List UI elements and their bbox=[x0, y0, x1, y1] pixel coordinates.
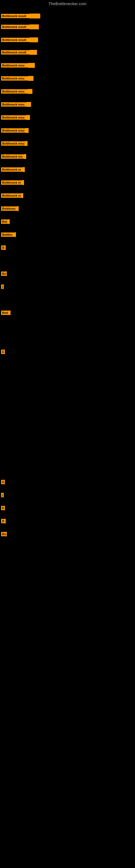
bar-line bbox=[26, 115, 30, 120]
bar-row: E bbox=[1, 479, 5, 485]
bar-label: Bottleneck resu bbox=[1, 76, 28, 81]
bar-line bbox=[4, 479, 5, 485]
bar-row: Bottleneck re bbox=[1, 180, 24, 185]
bar-row: Bottlenec bbox=[1, 206, 18, 211]
bar-row: Bot bbox=[1, 219, 10, 224]
bar-line bbox=[30, 50, 37, 55]
bar-row: Bottleneck resu bbox=[1, 102, 31, 107]
bar-line bbox=[10, 310, 10, 315]
bar-label: Bottleneck result bbox=[1, 14, 30, 18]
bar-row: Bottlen bbox=[1, 232, 16, 237]
bar-line bbox=[28, 76, 34, 81]
bar-label: Bottleneck result bbox=[1, 25, 30, 29]
bar-line bbox=[27, 102, 31, 107]
bar-line bbox=[23, 167, 25, 172]
bar-row: B bbox=[1, 245, 6, 250]
bar-label: Bottleneck result bbox=[1, 38, 30, 42]
bar-row: Bottleneck result bbox=[1, 37, 38, 42]
bar-line bbox=[22, 180, 24, 185]
site-title: TheBottlenecker.com bbox=[0, 0, 135, 7]
bar-label: | bbox=[1, 493, 3, 497]
bar-label: Bottlen bbox=[1, 232, 15, 237]
bar-line bbox=[3, 284, 4, 289]
bar-line bbox=[3, 493, 4, 497]
bar-label: Bottleneck re bbox=[1, 180, 22, 185]
bar-label: E bbox=[1, 480, 4, 484]
bar-label: Bott bbox=[1, 311, 10, 315]
bar-label: Bottleneck resu bbox=[1, 115, 26, 120]
bar-row: Bottleneck result bbox=[1, 24, 39, 29]
bar-line bbox=[21, 193, 23, 198]
bar-row: Bottleneck resu bbox=[1, 89, 32, 94]
bar-row: Bottleneck re bbox=[1, 167, 25, 172]
bar-line bbox=[6, 532, 7, 536]
bar-label: Bottleneck resu bbox=[1, 89, 28, 94]
bar-row: Bo bbox=[1, 271, 7, 276]
bar-line bbox=[15, 232, 16, 237]
bar-row: Bottleneck resu bbox=[1, 76, 34, 81]
bar-label: Bot bbox=[1, 219, 9, 224]
bar-row: B bbox=[1, 519, 6, 524]
bar-row: Bottleneck resu bbox=[1, 115, 30, 120]
bar-label: Bo bbox=[1, 532, 6, 536]
bar-line bbox=[25, 141, 28, 146]
bar-line bbox=[30, 13, 40, 19]
bar-label: Bottleneck resu bbox=[1, 63, 28, 67]
bar-label: | bbox=[1, 284, 3, 289]
bar-label: E bbox=[1, 350, 4, 354]
bar-row: Bottleneck result bbox=[1, 50, 37, 55]
bar-row: E bbox=[1, 506, 5, 510]
bar-label: Bottleneck re bbox=[1, 167, 23, 172]
bar-label: Bo bbox=[1, 272, 6, 276]
bar-line bbox=[24, 154, 26, 159]
bar-row: | bbox=[1, 284, 4, 289]
bar-label: B bbox=[1, 519, 5, 523]
bar-line bbox=[26, 128, 29, 133]
bar-row: Bottleneck resu bbox=[1, 141, 28, 146]
bar-label: Bottleneck re bbox=[1, 193, 21, 198]
bar-line bbox=[6, 271, 7, 276]
bar-label: E bbox=[1, 506, 4, 510]
bar-label: Bottleneck result bbox=[1, 50, 30, 55]
bar-row: Bottleneck result bbox=[1, 13, 40, 19]
bar-label: Bottleneck res bbox=[1, 154, 24, 159]
bar-label: Bottleneck resu bbox=[1, 141, 25, 146]
bar-line bbox=[17, 206, 18, 211]
bar-label: B bbox=[1, 246, 5, 250]
bar-line bbox=[5, 245, 6, 250]
bar-row: Bo bbox=[1, 532, 7, 536]
bar-line bbox=[30, 24, 39, 29]
bar-line bbox=[4, 506, 5, 510]
bar-label: Bottleneck resu bbox=[1, 102, 27, 106]
bar-row: Bottleneck resu bbox=[1, 128, 29, 133]
bar-label: Bottlenec bbox=[1, 207, 17, 211]
bar-line bbox=[28, 63, 35, 68]
bar-line bbox=[9, 219, 10, 224]
bar-row: Bottleneck resu bbox=[1, 63, 35, 68]
bar-line bbox=[4, 349, 5, 354]
bar-label: Bottleneck resu bbox=[1, 128, 26, 133]
bar-row: Bott bbox=[1, 310, 10, 315]
bar-line bbox=[30, 37, 38, 42]
bar-row: Bottleneck re bbox=[1, 193, 23, 198]
bar-line bbox=[28, 89, 32, 94]
bar-row: | bbox=[1, 493, 4, 497]
bar-row: Bottleneck res bbox=[1, 154, 26, 159]
bar-line bbox=[5, 519, 6, 524]
bar-row: E bbox=[1, 349, 5, 354]
